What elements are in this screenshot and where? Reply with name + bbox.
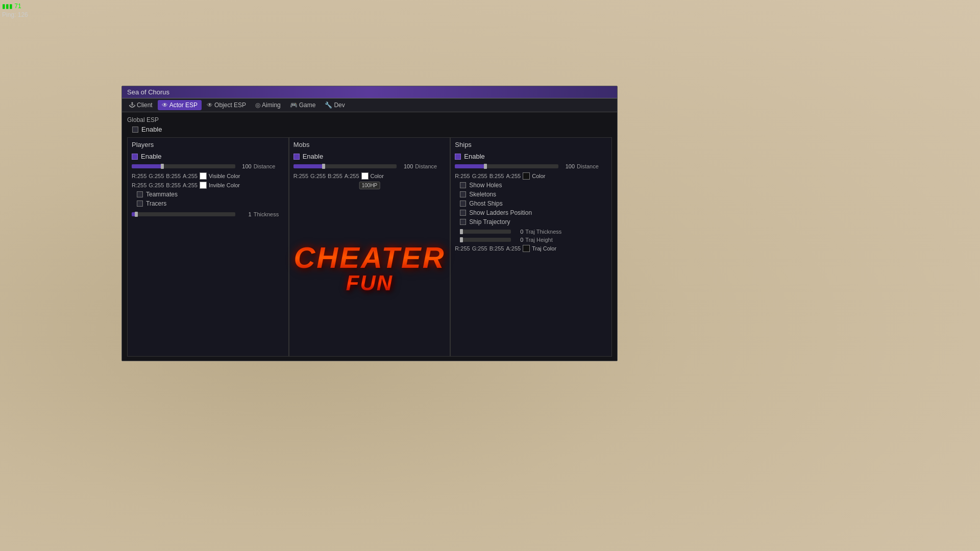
watermark-line1: CHEATER [293,243,445,272]
players-visible-color-swatch[interactable] [200,172,207,180]
ships-traj-height-value: 0 [513,237,523,243]
ships-traj-color-row: R:255 G:255 B:255 A:255 Traj Color [455,245,607,252]
ships-traj-thickness-slider[interactable] [460,230,511,234]
mobs-color-swatch[interactable] [361,172,369,180]
ships-skeletons-label: Skeletons [469,191,496,198]
ships-traj-color-swatch[interactable] [523,245,530,252]
players-invible-g: G:255 [149,182,164,188]
ships-traj-height-slider[interactable] [460,238,511,242]
target-icon: ◎ [255,102,260,109]
mobs-distance-slider[interactable] [293,164,397,168]
mobs-distance-value: 100 [399,163,413,169]
ships-r: R:255 [455,173,470,179]
ships-a: A:255 [506,173,521,179]
players-thickness-row: 1 Thickness [132,211,284,217]
players-invible-color-swatch[interactable] [200,182,207,189]
joystick-icon: 🕹 [129,102,135,109]
players-teammates-label: Teammates [146,191,178,198]
ships-trajectory-label: Ship Trajectory [469,218,510,226]
ships-show-ladders-row: Show Ladders Position [460,209,607,216]
ships-skeletons-checkbox[interactable] [460,191,466,197]
tab-game-label: Game [299,102,316,109]
tab-object-esp[interactable]: 👁 Object ESP [203,100,250,110]
ships-distance-slider[interactable] [455,164,558,168]
players-thickness-label: Thickness [254,211,284,217]
players-enable-checkbox[interactable] [132,154,138,160]
ships-panel: Ships Enable 100 Distance R:255 G:2 [450,137,612,357]
ships-traj-a: A:255 [506,245,521,252]
ships-ghost-ships-row: Ghost Ships [460,200,607,207]
mobs-b: B:255 [328,173,342,179]
mobs-distance-row: 100 Distance [293,163,446,169]
ships-color-row: R:255 G:255 B:255 A:255 Color [455,172,607,180]
mobs-color-label: Color [371,173,384,179]
players-invible-color-row: R:255 G:255 B:255 A:255 Invible Color [132,182,284,189]
players-distance-row: 100 Distance [132,163,284,169]
ships-traj-color-label: Traj Color [532,245,556,252]
tab-actor-esp[interactable]: 👁 Actor ESP [158,100,202,110]
players-distance-slider[interactable] [132,164,235,168]
players-enable-row: Enable [132,153,284,160]
ships-traj-r: R:255 [455,245,470,252]
players-thickness-slider[interactable] [132,212,235,216]
mobs-enable-checkbox[interactable] [293,154,300,160]
eye-icon-actor: 👁 [162,102,168,109]
hp-badge: 100HP [359,182,380,189]
hp-badge-text: 100HP [362,183,378,188]
mobs-g: G:255 [310,173,326,179]
tab-client-label: Client [137,102,153,109]
tab-dev-label: Dev [334,102,345,109]
ships-show-ladders-label: Show Ladders Position [469,209,532,216]
ping-value: 126 [18,11,28,18]
ships-ghost-ships-label: Ghost Ships [469,200,502,207]
main-window: Sea of Chorus 🕹 Client 👁 Actor ESP 👁 Obj… [121,86,618,361]
global-esp-label: Global ESP [127,116,612,123]
tab-dev[interactable]: 🔧 Dev [321,100,349,110]
players-enable-label: Enable [141,153,161,160]
wrench-icon: 🔧 [325,102,332,109]
ships-panel-title: Ships [455,141,607,148]
mobs-a: A:255 [345,173,359,179]
ships-show-ladders-checkbox[interactable] [460,210,466,216]
players-invible-b: B:255 [166,182,181,188]
ships-enable-row: Enable [455,153,607,160]
window-title-bar[interactable]: Sea of Chorus [122,86,617,98]
players-thickness-value: 1 [237,211,252,217]
ships-skeletons-row: Skeletons [460,191,607,198]
global-esp-enable-label: Enable [141,126,162,133]
ships-distance-row: 100 Distance [455,163,607,169]
ships-color-label: Color [532,173,545,179]
ships-trajectory-checkbox[interactable] [460,219,466,225]
ships-distance-label: Distance [577,163,607,169]
mobs-r: R:255 [293,173,308,179]
players-visible-r: R:255 [132,173,146,179]
ships-show-holes-row: Show Holes [460,182,607,189]
players-teammates-checkbox[interactable] [137,191,143,197]
global-esp-enable-row: Enable [132,126,612,133]
ships-show-holes-checkbox[interactable] [460,182,466,188]
tab-client[interactable]: 🕹 Client [125,100,157,110]
ping-label: Ping: [2,11,16,18]
global-esp-checkbox[interactable] [132,127,138,133]
ships-traj-b: B:255 [489,245,504,252]
players-invible-r: R:255 [132,182,146,188]
ships-traj-g: G:255 [472,245,487,252]
ships-ghost-ships-checkbox[interactable] [460,201,466,207]
tab-aiming[interactable]: ◎ Aiming [251,100,285,110]
watermark: CHEATER FUN [293,243,445,294]
gamepad-icon: 🎮 [290,102,298,109]
ships-enable-label: Enable [464,153,484,160]
mobs-distance-label: Distance [415,163,446,169]
players-visible-color-row: R:255 G:255 B:255 A:255 Visible Color [132,172,284,180]
players-panel: Players Enable 100 Distance R:255 G [127,137,289,357]
tab-game[interactable]: 🎮 Game [286,100,320,110]
nav-bar: 🕹 Client 👁 Actor ESP 👁 Object ESP ◎ Aimi… [122,98,617,112]
ships-color-swatch[interactable] [523,172,530,180]
players-tracers-checkbox[interactable] [137,201,143,207]
ships-traj-thickness-label: Traj Thickness [525,229,561,235]
mobs-enable-label: Enable [303,153,323,160]
ships-trajectory-row: Ship Trajectory [460,218,607,226]
players-panel-title: Players [132,141,284,148]
players-invible-a: A:255 [183,182,198,188]
ships-enable-checkbox[interactable] [455,154,461,160]
